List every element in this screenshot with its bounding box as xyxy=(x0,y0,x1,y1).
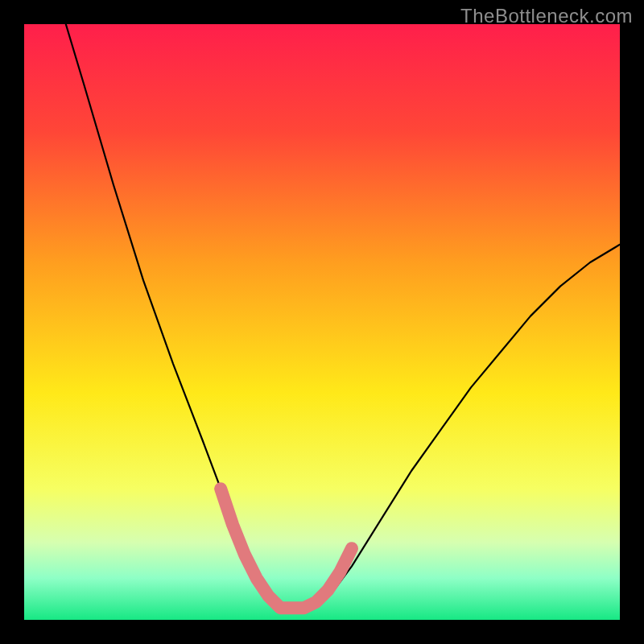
chart-svg xyxy=(24,24,620,620)
chart-frame: TheBottleneck.com xyxy=(0,0,644,644)
gradient-background xyxy=(24,24,620,620)
chart-plot-area xyxy=(24,24,620,620)
